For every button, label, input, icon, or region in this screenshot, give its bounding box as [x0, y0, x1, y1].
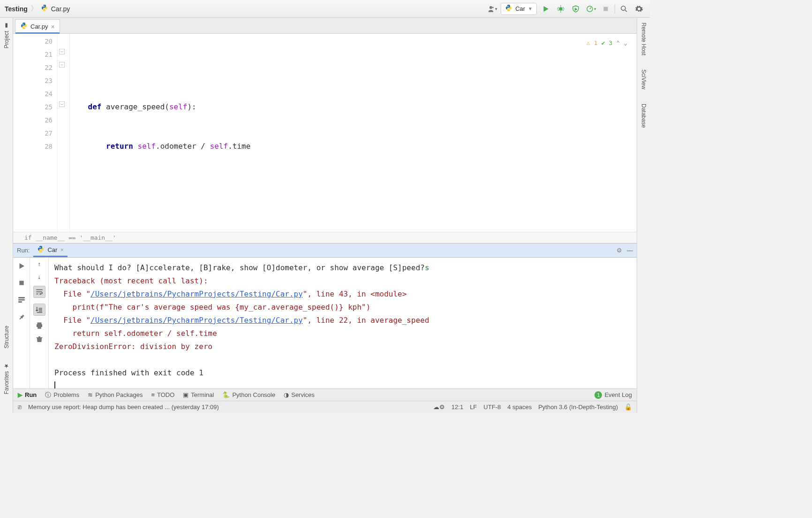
soft-wrap-button[interactable]	[33, 286, 45, 298]
minimize-icon[interactable]: —	[627, 247, 633, 254]
fold-marker-icon[interactable]: –	[59, 49, 65, 54]
pin-icon[interactable]	[16, 311, 27, 322]
breadcrumb[interactable]: Testing 〉 Car.py	[5, 4, 70, 14]
list-icon: ≡	[151, 391, 155, 398]
services-icon: ◑	[284, 391, 289, 398]
close-icon[interactable]: ×	[60, 246, 64, 253]
fold-column[interactable]: – – –	[58, 34, 70, 232]
run-button[interactable]	[540, 3, 552, 15]
terminal-icon: ▣	[183, 391, 188, 398]
console-line: print(f"The car's average speed was {my_…	[54, 303, 370, 312]
bottom-tool-pyconsole[interactable]: 🐍Python Console	[222, 391, 275, 398]
line-number[interactable]: 22	[13, 61, 53, 74]
line-number[interactable]: 26	[13, 114, 53, 127]
database-tool[interactable]: Database	[640, 104, 647, 128]
chevron-down-icon[interactable]: ⌄	[624, 37, 627, 50]
down-arrow-icon[interactable]: ↓	[38, 273, 41, 280]
favorites-tool[interactable]: Favorites ★	[3, 363, 10, 394]
svg-rect-2	[604, 7, 608, 11]
project-tool[interactable]: Project ▮	[3, 23, 10, 48]
breadcrumb-file[interactable]: Car.py	[51, 5, 70, 13]
line-number[interactable]: 25	[13, 100, 53, 114]
structure-tool[interactable]: Structure	[3, 326, 10, 349]
close-icon[interactable]: ×	[51, 23, 55, 30]
python-file-icon	[505, 4, 512, 13]
line-number[interactable]: 21	[13, 48, 53, 61]
run-tab[interactable]: Car ×	[33, 244, 68, 257]
run-config-selector[interactable]: Car ▼	[501, 3, 537, 15]
status-indent[interactable]: 4 spaces	[507, 404, 532, 411]
console-exit: Process finished with exit code 1	[54, 368, 203, 377]
context-breadcrumb[interactable]: if __name__ == '__main__'	[13, 232, 637, 243]
line-number[interactable]: 23	[13, 74, 53, 87]
status-bar: ⎚ Memory use report: Heap dump has been …	[13, 401, 637, 413]
line-number[interactable]: 20	[13, 35, 53, 48]
console-user-input: s	[425, 263, 429, 272]
stop-button[interactable]	[16, 277, 27, 289]
run-header: Run: Car × ⚙ —	[13, 244, 637, 258]
print-icon[interactable]	[35, 321, 44, 330]
gear-icon[interactable]	[633, 3, 645, 15]
status-line-sep[interactable]: LF	[470, 404, 477, 411]
breadcrumb-project[interactable]: Testing	[5, 5, 28, 13]
ok-count: 3	[609, 37, 613, 50]
traceback-link[interactable]: /Users/jetbrains/PycharmProjects/Testing…	[90, 289, 303, 298]
status-position[interactable]: 12:1	[451, 404, 463, 411]
status-encoding[interactable]: UTF-8	[483, 404, 501, 411]
left-tool-rail: Project ▮ Structure Favorites ★	[0, 18, 13, 413]
sciview-tool[interactable]: SciView	[640, 69, 647, 89]
bottom-tool-todo[interactable]: ≡TODO	[151, 391, 174, 398]
code-area[interactable]: def average_speed(self): return self.odo…	[70, 34, 637, 232]
profile-button[interactable]: ▾	[585, 3, 597, 15]
add-user-icon[interactable]: ▾	[486, 3, 498, 15]
status-quick-icon[interactable]: ⎚	[18, 404, 22, 411]
python-file-icon	[41, 4, 48, 13]
background-tasks-icon[interactable]: ☁⚙	[433, 404, 445, 411]
check-icon: ✔	[601, 37, 605, 50]
play-icon: ▶	[18, 391, 23, 398]
python-icon: 🐍	[222, 391, 230, 398]
console-output[interactable]: What should I do? [A]ccelerate, [B]rake,…	[49, 258, 637, 388]
inspections-widget[interactable]: ⚠1 ✔3 ⌃ ⌄	[586, 37, 627, 50]
bottom-tool-problems[interactable]: ⓘProblems	[45, 391, 79, 399]
python-file-icon	[20, 22, 28, 31]
run-toolbar-left	[13, 258, 30, 388]
bottom-tool-terminal[interactable]: ▣Terminal	[183, 391, 214, 398]
line-number[interactable]: 28	[13, 140, 53, 153]
up-arrow-icon[interactable]: ↑	[38, 260, 41, 267]
packages-icon: ≋	[88, 391, 93, 398]
fold-marker-icon[interactable]: –	[59, 62, 65, 68]
code-editor[interactable]: 20 21 22 23 24 25 26 27 28 – – – def ave…	[13, 34, 637, 232]
bottom-tool-eventlog[interactable]: 1Event Log	[594, 391, 632, 399]
info-icon: ⓘ	[45, 391, 51, 399]
search-icon[interactable]	[618, 3, 630, 15]
gear-icon[interactable]: ⚙	[617, 247, 622, 254]
status-interpreter[interactable]: Python 3.6 (In-Depth-Testing)	[538, 404, 618, 411]
trash-icon[interactable]	[36, 335, 43, 343]
run-tool-window: Run: Car × ⚙ — ↑ ↓ What should I do? [	[13, 243, 637, 388]
chevron-up-icon[interactable]: ⌃	[616, 37, 620, 50]
lock-icon[interactable]: 🔓	[624, 404, 632, 411]
bottom-tool-packages[interactable]: ≋Python Packages	[88, 391, 143, 398]
status-message[interactable]: Memory use report: Heap dump has been cr…	[28, 404, 219, 411]
navigation-bar: Testing 〉 Car.py ▾ Car ▼ ▾	[0, 0, 650, 18]
line-number[interactable]: 24	[13, 87, 53, 100]
bottom-tool-services[interactable]: ◑Services	[284, 391, 315, 398]
console-line: Traceback (most recent call last):	[54, 276, 208, 285]
coverage-button[interactable]	[570, 3, 582, 15]
traceback-link[interactable]: /Users/jetbrains/PycharmProjects/Testing…	[90, 316, 303, 325]
debug-button[interactable]	[555, 3, 567, 15]
fold-marker-icon[interactable]: –	[59, 101, 65, 107]
layout-button[interactable]	[16, 294, 27, 305]
run-config-name: Car	[515, 5, 525, 12]
line-gutter[interactable]: 20 21 22 23 24 25 26 27 28	[13, 34, 58, 232]
editor-tab-label: Car.py	[30, 23, 48, 30]
scroll-to-end-button[interactable]	[33, 304, 45, 316]
remote-host-tool[interactable]: Remote Host	[640, 23, 647, 55]
chevron-down-icon: ▼	[528, 6, 533, 11]
bottom-tool-run[interactable]: ▶Run	[18, 391, 37, 398]
rerun-button[interactable]	[16, 260, 27, 272]
editor-tab-active[interactable]: Car.py ×	[15, 19, 60, 33]
line-number[interactable]: 27	[13, 127, 53, 140]
stop-button[interactable]	[600, 3, 612, 15]
